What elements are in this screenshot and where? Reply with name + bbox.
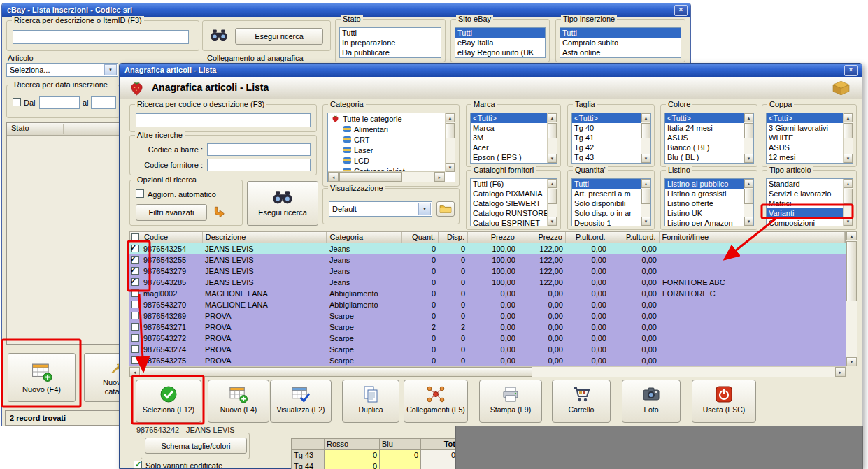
list-item[interactable]: <Tutti> bbox=[471, 113, 557, 123]
nuovo-f4-button[interactable]: Nuovo (F4) bbox=[8, 353, 76, 402]
row-checkbox[interactable] bbox=[131, 356, 139, 364]
list-item[interactable]: Tutti (F6) bbox=[471, 179, 557, 189]
list-item[interactable]: In preparazione bbox=[340, 38, 441, 48]
table-row[interactable]: 9876543285JEANS LEVISJeans00100,00122,00… bbox=[129, 277, 846, 288]
grid-cell[interactable]: 0 bbox=[380, 450, 420, 461]
colore-listbox[interactable]: <Tutti>Italia 24 mesiASUSBianco ( BI )Bl… bbox=[664, 113, 754, 164]
supplier-code-input[interactable] bbox=[207, 159, 311, 171]
filtri-avanzati-button[interactable]: Filtri avanzati bbox=[136, 204, 207, 221]
solo-varianti-checkbox[interactable] bbox=[134, 461, 142, 469]
row-checkbox[interactable] bbox=[131, 312, 139, 319]
vertical-scrollbar[interactable] bbox=[843, 179, 853, 226]
list-item[interactable]: Servizi e lavorazio bbox=[767, 189, 853, 199]
vertical-scrollbar[interactable] bbox=[547, 179, 557, 226]
scrollbar-thumb[interactable] bbox=[846, 241, 857, 301]
list-item[interactable]: Matrici bbox=[767, 199, 853, 208]
column-header[interactable]: Fornitori/linee bbox=[660, 232, 845, 243]
list-item[interactable]: Compralo subito bbox=[560, 38, 681, 48]
list-item[interactable]: Listino al pubblico bbox=[665, 179, 753, 189]
row-checkbox[interactable] bbox=[131, 245, 139, 252]
table-row[interactable]: 9876543269PROVAScarpe000,000,000,000,00 bbox=[129, 310, 846, 322]
table-row[interactable]: 9876543274PROVAScarpe000,000,000,000,00 bbox=[129, 344, 846, 355]
tree-item-root[interactable]: Tutte le categorie bbox=[328, 113, 455, 124]
dal-checkbox[interactable] bbox=[13, 98, 21, 106]
row-checkbox[interactable] bbox=[131, 267, 139, 275]
column-header[interactable]: Disp. bbox=[439, 232, 468, 243]
esegui-ricerca-button[interactable]: Esegui ricerca bbox=[247, 181, 318, 226]
list-item[interactable]: Solo disponibili bbox=[572, 199, 650, 208]
row-checkbox[interactable] bbox=[131, 256, 139, 264]
duplica-button[interactable]: Duplica bbox=[342, 380, 399, 423]
table-row[interactable]: magl0002MAGLIONE LANAAbbigliamento000,00… bbox=[129, 288, 846, 299]
grid-cell[interactable]: 0 bbox=[325, 450, 379, 461]
list-item[interactable]: Varianti bbox=[767, 208, 853, 218]
table-row[interactable]: 9876543271PROVAScarpe220,000,000,000,00 bbox=[129, 322, 846, 333]
list-item[interactable]: Asta online bbox=[560, 48, 681, 57]
vertical-scrollbar[interactable] bbox=[641, 179, 650, 226]
list-item[interactable]: Da pubblicare bbox=[340, 48, 441, 57]
row-checkbox[interactable] bbox=[131, 289, 139, 297]
categoria-tree[interactable]: Tutte le categorie Alimentari CRT Laser … bbox=[327, 113, 455, 182]
scrollbar-thumb[interactable] bbox=[744, 189, 753, 204]
list-item[interactable]: Tutti bbox=[455, 28, 545, 38]
horizontal-scrollbar[interactable] bbox=[328, 171, 445, 182]
seleziona-button[interactable]: Seleziona (F12) bbox=[136, 380, 201, 423]
column-header-stato[interactable]: Stato bbox=[11, 124, 29, 132]
row-checkbox[interactable] bbox=[131, 345, 139, 353]
tree-item[interactable]: LCD bbox=[328, 155, 455, 166]
vertical-scrollbar[interactable] bbox=[445, 113, 455, 172]
column-header[interactable]: Codice bbox=[141, 232, 203, 243]
column-header[interactable]: Prezzo bbox=[518, 232, 566, 243]
row-checkbox[interactable] bbox=[131, 301, 139, 308]
list-item[interactable]: 3 Giorni lavorativi bbox=[767, 123, 853, 133]
open-view-button[interactable] bbox=[436, 201, 455, 217]
column-header[interactable]: Descrizione bbox=[203, 232, 327, 243]
results-vertical-scrollbar[interactable] bbox=[846, 231, 857, 366]
scrollbar-thumb[interactable] bbox=[844, 123, 853, 138]
quantita-listbox[interactable]: TuttiArt. presenti a mSolo disponibiliSo… bbox=[571, 178, 651, 226]
coppa-listbox[interactable]: <Tutti>3 Giorni lavorativiWHITEASUS12 me… bbox=[766, 113, 853, 164]
nuovo-button[interactable]: Nuovo (F4) bbox=[208, 380, 269, 423]
aggiorna-automatico-checkbox[interactable] bbox=[136, 189, 144, 198]
list-item[interactable]: ASUS bbox=[767, 143, 853, 152]
column-header[interactable]: P.ult.ord. bbox=[566, 232, 609, 243]
stato-listbox[interactable]: TuttiIn preparazioneDa pubblicare bbox=[339, 27, 441, 58]
list-item[interactable]: 3M bbox=[471, 133, 557, 143]
visualizzazione-select[interactable]: Default bbox=[329, 201, 432, 217]
column-header[interactable]: Prezzo bbox=[468, 232, 518, 243]
list-item[interactable]: Acer bbox=[471, 143, 557, 152]
vertical-scrollbar[interactable] bbox=[641, 113, 650, 163]
vertical-scrollbar[interactable] bbox=[744, 179, 753, 226]
scrollbar-thumb[interactable] bbox=[641, 123, 650, 138]
collegamenti-button[interactable]: Collegamenti (F5) bbox=[404, 380, 468, 423]
column-header[interactable]: Categoria bbox=[327, 232, 402, 243]
list-item[interactable]: eBay Italia bbox=[455, 38, 545, 48]
vertical-scrollbar[interactable] bbox=[744, 113, 753, 163]
dropdown-arrow-icon[interactable] bbox=[418, 203, 431, 215]
visualizza-button[interactable]: Visualizza (F2) bbox=[270, 380, 332, 423]
schema-taglie-colori-button[interactable]: Schema taglie/colori bbox=[145, 438, 247, 454]
list-item[interactable]: Catalogo PIXMANIA bbox=[471, 189, 557, 199]
table-row[interactable]: 9876543272PROVAScarpe000,000,000,000,00 bbox=[129, 333, 846, 344]
list-item[interactable]: Catalogo RUNSTORE bbox=[471, 208, 557, 218]
tree-item[interactable]: Alimentari bbox=[328, 124, 455, 134]
list-item[interactable]: Standard bbox=[767, 179, 853, 189]
itemid-search-input[interactable] bbox=[13, 30, 189, 44]
list-item[interactable]: <Tutti> bbox=[572, 113, 650, 123]
list-item[interactable]: Bianco ( BI ) bbox=[665, 143, 753, 152]
list-item[interactable]: Deposito 1 bbox=[572, 218, 650, 226]
scrollbar-thumb[interactable] bbox=[548, 189, 557, 204]
scrollbar-thumb[interactable] bbox=[641, 189, 650, 204]
column-header[interactable]: P.ult.ord. bbox=[609, 232, 660, 243]
list-item[interactable]: Blu ( BL ) bbox=[665, 152, 753, 162]
tree-item[interactable]: Laser bbox=[328, 145, 455, 155]
list-item[interactable]: ASUS bbox=[665, 133, 753, 143]
row-checkbox[interactable] bbox=[131, 334, 139, 342]
list-item[interactable]: WHITE bbox=[767, 133, 853, 143]
list-item[interactable]: Marca bbox=[471, 123, 557, 133]
list-item[interactable]: eBay Regno unito (UK bbox=[455, 48, 545, 57]
articolo-select[interactable]: Seleziona... bbox=[6, 63, 118, 77]
list-item[interactable]: Tg 41 bbox=[572, 133, 650, 143]
stampa-button[interactable]: Stampa (F9) bbox=[479, 380, 542, 423]
list-item[interactable]: 12 mesi bbox=[767, 152, 853, 162]
